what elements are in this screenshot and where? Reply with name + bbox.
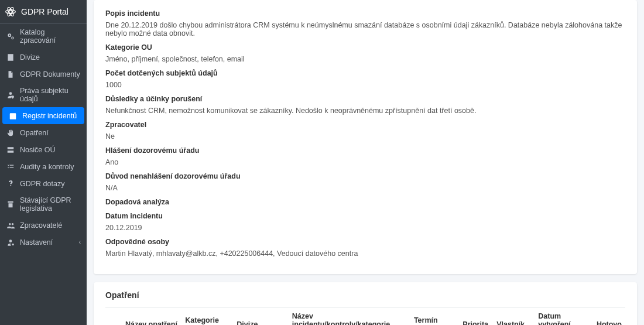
col-done: Hotovo <box>593 307 625 326</box>
chevron-left-icon: ‹ <box>79 239 81 245</box>
nav-item-0[interactable]: Katalog zpracování <box>0 24 87 49</box>
nav-item-label: Zpracovatelé <box>20 221 62 230</box>
field-value: Martin Hlavatý, mhlavaty@alkb.cz, +42022… <box>105 249 625 258</box>
nav-item-label: Divize <box>20 53 40 61</box>
nav-item-label: Katalog zpracování <box>20 28 81 45</box>
field-label: Důsledky a účinky porušení <box>105 95 625 103</box>
nav-item-6[interactable]: Nosiče OÚ <box>0 141 87 158</box>
cogs-icon <box>6 32 15 41</box>
list-check-icon <box>6 162 15 171</box>
building-icon <box>6 53 15 61</box>
col-owner: Vlastník <box>493 307 535 326</box>
nav-item-7[interactable]: Audity a kontroly <box>0 158 87 175</box>
field-label: Důvod nenahlášení dozorovému úřadu <box>105 172 625 180</box>
field-value: N/A <box>105 184 625 192</box>
nav-item-9[interactable]: Stávající GDPR legislativa <box>0 192 87 217</box>
nav-item-label: GDPR dotazy <box>20 180 64 188</box>
field-label: Dopadová analýza <box>105 198 625 206</box>
nav-item-label: Stávající GDPR legislativa <box>20 196 81 213</box>
field-4: ZpracovatelNe <box>105 121 625 141</box>
nav-item-10[interactable]: Zpracovatelé <box>0 217 87 234</box>
logo-icon <box>5 6 16 18</box>
server-icon <box>6 145 15 154</box>
sidebar: GDPR Portal Katalog zpracováníDivizeGDPR… <box>0 0 87 325</box>
nav-item-label: Opatření <box>20 129 49 137</box>
field-8: Datum incidentu20.12.2019 <box>105 212 625 232</box>
col-division: Divize <box>233 307 289 326</box>
user-cog-icon <box>6 238 15 247</box>
brand-label: GDPR Portal <box>21 7 68 16</box>
nav-item-label: Registr incidentů <box>22 112 77 120</box>
file-icon <box>6 70 15 78</box>
field-value: Ne <box>105 132 625 141</box>
nav-item-label: Práva subjektu údajů <box>20 87 81 103</box>
hand-icon <box>6 128 15 137</box>
nav: Katalog zpracováníDivizeGDPR DokumentyPr… <box>0 24 87 325</box>
field-value: Nefunkčnost CRM, nemožnost komunikovat s… <box>105 107 625 115</box>
nav-item-label: Audity a kontroly <box>20 163 74 171</box>
brand[interactable]: GDPR Portal <box>0 0 87 24</box>
col-incident: Název incidentu/kontroly/kategorie nosič… <box>289 307 410 326</box>
col-name: Název opatření <box>122 307 181 326</box>
nav-item-label: Nosiče OÚ <box>20 146 55 154</box>
field-label: Počet dotčených subjektů údajů <box>105 69 625 77</box>
field-value: Jméno, příjmení, společnost, telefon, em… <box>105 55 625 63</box>
nav-item-5[interactable]: Opatření <box>0 124 87 141</box>
field-label: Odpovědné osoby <box>105 238 625 246</box>
question-icon <box>6 179 15 188</box>
nav-item-8[interactable]: GDPR dotazy <box>0 175 87 192</box>
col-deadline: Termín splnění <box>410 307 459 326</box>
field-value: 20.12.2019 <box>105 224 625 232</box>
field-6: Důvod nenahlášení dozorovému úřaduN/A <box>105 172 625 192</box>
field-label: Popis incidentu <box>105 9 625 18</box>
col-created: Datum vytvoření úkolu <box>535 307 593 326</box>
field-value: 1000 <box>105 81 625 89</box>
field-2: Počet dotčených subjektů údajů1000 <box>105 69 625 89</box>
nav-item-11[interactable]: Nastavení‹ <box>0 234 87 251</box>
group-icon <box>6 221 15 230</box>
nav-item-label: Nastavení <box>20 238 53 247</box>
field-1: Kategorie OUJméno, příjmení, společnost,… <box>105 43 625 63</box>
field-0: Popis incidentuDne 20.12.2019 došlo chyb… <box>105 9 625 37</box>
main-content: Popis incidentuDne 20.12.2019 došlo chyb… <box>87 0 644 325</box>
measures-card: Opatření Název opatření Kategorie opatře… <box>94 282 637 325</box>
field-label: Kategorie OU <box>105 43 625 52</box>
nav-item-label: GDPR Dokumenty <box>20 70 80 78</box>
field-9: Odpovědné osobyMartin Hlavatý, mhlavaty@… <box>105 238 625 258</box>
incident-detail-card: Popis incidentuDne 20.12.2019 došlo chyb… <box>94 0 637 274</box>
nav-item-4[interactable]: Registr incidentů <box>2 107 84 124</box>
law-icon <box>6 200 15 209</box>
field-5: Hlášení dozorovému úřaduAno <box>105 146 625 166</box>
col-category: Kategorie opatření <box>181 307 233 326</box>
nav-item-3[interactable]: Práva subjektu údajů <box>0 83 87 107</box>
field-7: Dopadová analýza <box>105 198 625 206</box>
svg-point-0 <box>9 11 12 13</box>
field-label: Hlášení dozorovému úřadu <box>105 146 625 155</box>
field-label: Datum incidentu <box>105 212 625 220</box>
field-value: Ano <box>105 158 625 166</box>
measures-title: Opatření <box>105 290 625 300</box>
col-priority: Priorita <box>459 307 493 326</box>
user-shield-icon <box>6 91 15 100</box>
nav-item-1[interactable]: Divize <box>0 49 87 66</box>
field-value: Dne 20.12.2019 došlo chybou administráto… <box>105 21 625 37</box>
measures-table: Název opatření Kategorie opatření Divize… <box>105 307 625 325</box>
field-3: Důsledky a účinky porušeníNefunkčnost CR… <box>105 95 625 115</box>
calendar-exclaim-icon <box>8 111 17 120</box>
field-label: Zpracovatel <box>105 121 625 129</box>
nav-item-2[interactable]: GDPR Dokumenty <box>0 66 87 83</box>
